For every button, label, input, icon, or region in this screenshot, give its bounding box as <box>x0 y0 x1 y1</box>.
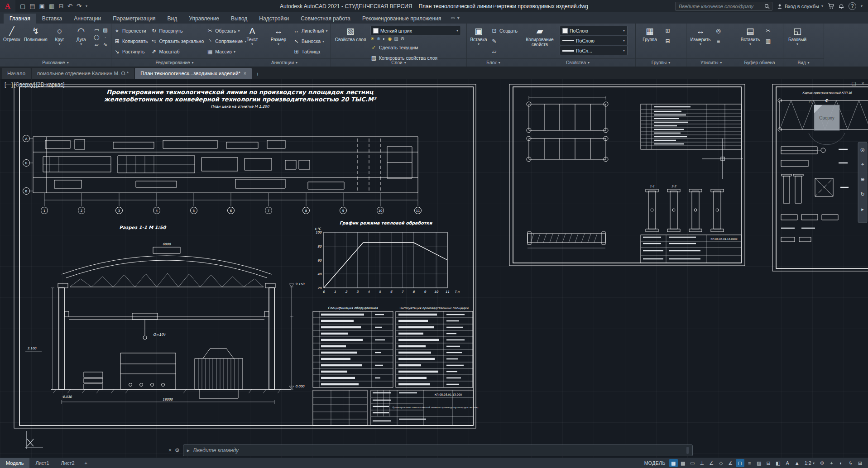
undo-icon[interactable]: ↶ <box>67 0 72 12</box>
new-file-icon[interactable]: ▢ <box>20 0 25 12</box>
circle-tool-button[interactable]: ○Круг▾ <box>50 24 69 46</box>
command-customize-icon[interactable]: ⚙ <box>175 447 180 454</box>
mirror-button[interactable]: ⇋Отразить зеркально <box>151 36 204 46</box>
save-icon[interactable]: ▣ <box>39 0 45 12</box>
hatch-icon[interactable]: ▨ <box>102 27 109 33</box>
model-tab[interactable]: Модель <box>0 458 29 468</box>
panel-footer-properties[interactable]: Свойства▾ <box>520 58 635 67</box>
help-chevron-icon[interactable]: ▾ <box>861 4 863 8</box>
layout1-tab[interactable]: Лист1 <box>29 458 55 468</box>
qat-dropdown-icon[interactable]: ▾ <box>86 4 87 8</box>
cut-button[interactable]: ✂ <box>765 26 772 36</box>
close-tab-icon[interactable]: × <box>244 71 246 76</box>
autoscale-icon[interactable]: ▲ <box>793 459 801 467</box>
tab-insert[interactable]: Вставка <box>36 14 68 24</box>
search-icon[interactable] <box>764 4 770 9</box>
plot-icon[interactable]: ⊟ <box>58 0 63 12</box>
navigation-wheel-icon[interactable]: ◎ <box>860 147 865 152</box>
layout2-tab[interactable]: Лист2 <box>55 458 81 468</box>
leader-button[interactable]: ↖Выноска▾ <box>293 36 328 46</box>
group-button[interactable]: ▦Группа <box>638 24 662 42</box>
viewport-visual-style-control[interactable]: [2D-каркас] <box>36 81 64 88</box>
viewcube[interactable]: ⌂ С Сверху <box>809 99 845 145</box>
layer-properties-button[interactable]: ▧Свойства слоя <box>333 24 368 42</box>
insert-block-button[interactable]: ▣Вставка▾ <box>469 24 488 46</box>
layer-freeze-icon[interactable]: ❄ <box>377 36 380 41</box>
line-tool-button[interactable]: ╱Отрезок <box>2 24 21 42</box>
table-button[interactable]: ⊞Таблица <box>293 47 328 57</box>
panel-footer-clipboard[interactable]: Буфер обмена <box>736 58 783 67</box>
id-point-button[interactable]: ◎ <box>715 26 722 36</box>
base-view-button[interactable]: ◱Базовый▾ <box>786 24 809 46</box>
command-grip[interactable] <box>686 447 689 454</box>
point-icon[interactable]: ∙ <box>102 34 109 40</box>
object-snap-icon[interactable]: ◻ <box>736 459 744 467</box>
arc-tool-button[interactable]: ◠Дуга▾ <box>72 24 91 46</box>
dimension-tool-button[interactable]: ↔Размер▾ <box>267 24 290 46</box>
drawing-canvas[interactable]: [—] [Сверху] [2D-каркас] — ▢ × Проектиро… <box>0 79 868 458</box>
open-file-icon[interactable]: ▤ <box>29 0 35 12</box>
viewport-view-control[interactable]: [Сверху] <box>14 81 35 88</box>
panel-footer-modify[interactable]: Редактирование▾ <box>111 58 238 67</box>
navigation-bar[interactable]: ◎ ⌖ ⊕ ↻ ▸ <box>858 142 867 223</box>
ribbon-options-icon[interactable]: ▾ <box>457 15 460 20</box>
workspace-gear-icon[interactable]: ⚙ <box>818 459 826 467</box>
ungroup-button[interactable]: ⊟ <box>664 36 671 46</box>
pan-icon[interactable]: ⌖ <box>861 162 864 167</box>
doc-close-icon[interactable]: × <box>862 81 864 86</box>
layer-walk-icon[interactable]: ⊙ <box>401 36 404 41</box>
showmotion-icon[interactable]: ▸ <box>861 206 864 212</box>
linear-dimension-button[interactable]: ↔Линейный▾ <box>293 26 328 36</box>
orbit-icon[interactable]: ↻ <box>860 191 864 197</box>
redo-icon[interactable]: ↷ <box>77 0 82 12</box>
file-tab-drawing1[interactable]: помольное отделение Калинин М. О.* <box>32 68 134 79</box>
viewport-minimize-control[interactable]: [—] <box>5 81 13 88</box>
linetype-select[interactable]: ПоСлою▾ <box>560 36 628 45</box>
3d-object-snap-icon[interactable]: ◧ <box>774 459 782 467</box>
clean-screen-icon[interactable]: ⊞ <box>856 459 864 467</box>
scale-button[interactable]: ⇗Масштаб <box>151 47 204 57</box>
grid-icon[interactable]: ▦ <box>669 459 678 467</box>
object-color-select[interactable]: ПоСлою▾ <box>560 26 628 35</box>
paste-button[interactable]: ▤Вставить▾ <box>739 24 762 46</box>
layer-on-icon[interactable]: ☀ <box>370 36 374 41</box>
command-input[interactable]: ▸ Введите команду <box>183 444 693 456</box>
ellipse-icon[interactable]: ◯ <box>93 34 100 40</box>
copy-clip-button[interactable]: ▥ <box>765 36 772 46</box>
group-edit-button[interactable]: ⊞ <box>664 26 671 36</box>
model-space-indicator[interactable]: МОДЕЛЬ <box>644 460 666 466</box>
doc-minimize-icon[interactable]: — <box>841 81 846 86</box>
model-space[interactable]: Проектирование технологической линии по … <box>0 79 868 458</box>
isolate-objects-icon[interactable]: ◐ <box>837 459 845 467</box>
transparency-icon[interactable]: ▨ <box>755 459 763 467</box>
rotate-button[interactable]: ↻Повернуть <box>151 26 204 36</box>
panel-footer-view[interactable]: Вид▾ <box>783 58 824 67</box>
command-close-icon[interactable]: × <box>168 447 172 454</box>
match-properties-button[interactable]: ▰Копирование свойств <box>523 24 557 47</box>
tab-view[interactable]: Вид <box>162 14 183 24</box>
save-as-icon[interactable]: ▥ <box>49 0 54 12</box>
selection-cycling-icon[interactable]: ⊟ <box>764 459 773 467</box>
panel-footer-annotation[interactable]: Аннотации▾ <box>238 58 331 67</box>
panel-footer-layers[interactable]: Слои▾ <box>331 58 466 67</box>
make-current-layer-button[interactable]: ✓Сделать текущим <box>370 43 461 53</box>
annotation-visibility-icon[interactable]: А <box>783 459 792 467</box>
region-icon[interactable]: ▱ <box>93 42 100 48</box>
panel-footer-draw[interactable]: Рисование▾ <box>0 58 111 67</box>
autocad-menu-button[interactable]: A <box>0 0 15 12</box>
annotation-monitor-icon[interactable]: + <box>827 459 836 467</box>
file-tab-drawing2-active[interactable]: План технологическ...зводимых изделий*× <box>135 68 252 79</box>
rectangle-icon[interactable]: ▭ <box>93 27 100 33</box>
polar-tracking-icon[interactable]: ∠ <box>707 459 716 467</box>
polyline-tool-button[interactable]: ↯Полилиния <box>24 24 48 42</box>
stretch-button[interactable]: ↘Растянуть <box>114 47 148 57</box>
layer-lock-icon[interactable]: ▨ <box>394 36 398 41</box>
spline-icon[interactable]: ∿ <box>102 42 109 48</box>
tab-featured-apps[interactable]: Рекомендованные приложения <box>356 14 447 24</box>
block-attributes-button[interactable]: ▱ <box>491 47 518 57</box>
tab-parametric[interactable]: Параметризация <box>107 14 161 24</box>
copy-button[interactable]: ⊞Копировать <box>114 36 148 46</box>
panel-footer-utilities[interactable]: Утилиты▾ <box>686 58 736 67</box>
dynamic-input-icon[interactable]: ▭ <box>688 459 697 467</box>
move-button[interactable]: ⌖Перенести <box>114 26 148 36</box>
